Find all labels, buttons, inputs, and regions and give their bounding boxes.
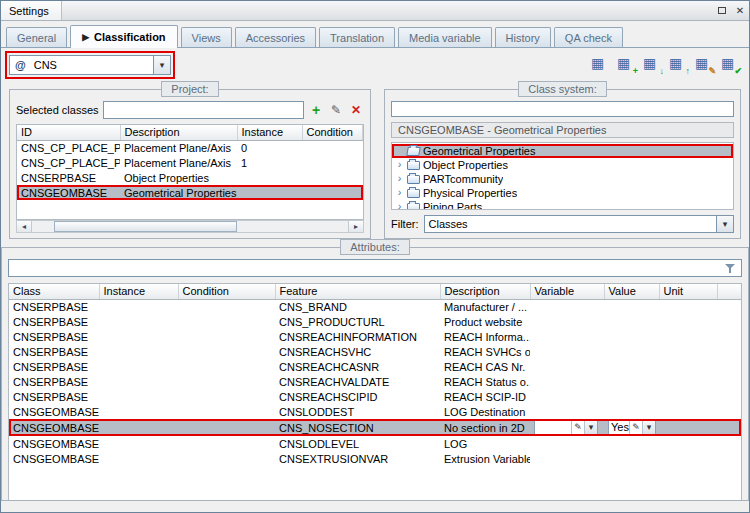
cell-instance	[99, 359, 178, 374]
cell-value	[604, 314, 659, 329]
attribute-row[interactable]: CNSGEOMBASECNSEXTRUSIONVARExtrusion Vari…	[9, 451, 741, 466]
column-header-instance[interactable]: Instance	[237, 125, 302, 140]
scrollbar-thumb[interactable]	[54, 221, 237, 232]
scrollbar-track[interactable]	[32, 221, 348, 232]
float-window-button[interactable]	[713, 1, 731, 20]
attribute-row[interactable]: CNSERPBASECNS_PRODUCTURLProduct website	[9, 314, 741, 329]
cell-description: REACH SVHCs o...	[440, 344, 530, 359]
tree-item[interactable]: ›PARTcommunity	[392, 172, 733, 186]
column-header-description[interactable]: Description	[120, 125, 237, 140]
edit-pencil-icon[interactable]: ✎	[629, 421, 642, 434]
close-button[interactable]: ✕	[731, 1, 749, 20]
cell-instance	[99, 436, 178, 451]
class-tree: Geometrical Properties›Object Properties…	[391, 142, 734, 210]
cell-unit	[659, 299, 717, 314]
column-header-description[interactable]: Description	[440, 284, 530, 299]
column-header-instance[interactable]: Instance	[99, 284, 178, 299]
attribute-row[interactable]: CNSERPBASECNSREACHCASNRREACH CAS Nr.	[9, 359, 741, 374]
tab-bar: General▶ClassificationViewsAccessoriesTr…	[1, 21, 749, 48]
selected-classes-input[interactable]	[103, 101, 304, 119]
table-load-icon-base: ▦	[643, 55, 656, 71]
inline-value-editor[interactable]: Yes✎▾	[608, 420, 656, 435]
table-edit-icon[interactable]: ▦✎	[695, 57, 713, 73]
edit-class-button[interactable]: ✎	[328, 102, 344, 118]
cell-description: LOG Destination	[440, 404, 530, 419]
attributes-filter-input[interactable]	[8, 259, 742, 277]
table-save-icon[interactable]: ▦↑	[669, 57, 687, 73]
folder-icon	[406, 147, 421, 156]
tab-label: History	[506, 32, 540, 44]
table-load-icon[interactable]: ▦↓	[643, 57, 661, 73]
attribute-row[interactable]: CNSERPBASECNSREACHSCIPIDREACH SCIP-ID	[9, 389, 741, 404]
cell-feature: CNSLODLEVEL	[275, 436, 440, 451]
attribute-row[interactable]: CNSERPBASECNS_BRANDManufacturer / ...	[9, 299, 741, 314]
tab-classification[interactable]: ▶Classification	[70, 25, 177, 48]
cell-feature: CNSREACHCASNR	[275, 359, 440, 374]
remove-class-button[interactable]: ✕	[348, 102, 364, 118]
inline-value-editor[interactable]: ✎▾	[534, 420, 598, 435]
tab-accessories[interactable]: Accessories	[235, 27, 316, 47]
attribute-row[interactable]: CNSGEOMBASECNSLODDESTLOG Destination	[9, 404, 741, 419]
horizontal-scrollbar[interactable]: ◂ ▸	[16, 220, 364, 233]
scroll-left-icon[interactable]: ◂	[17, 221, 32, 232]
expander-icon[interactable]: ›	[395, 173, 404, 184]
column-header-condition[interactable]: Condition	[302, 125, 363, 140]
tree-item[interactable]: ›Physical Properties	[392, 186, 733, 200]
dropdown-icon[interactable]: ▾	[584, 421, 597, 434]
attribute-row[interactable]: CNSERPBASECNSREACHVALDATEREACH Status o.…	[9, 374, 741, 389]
attribute-row[interactable]: CNSERPBASECNSREACHSVHCREACH SVHCs o...	[9, 344, 741, 359]
class-filter-combo[interactable]: Classes ▾	[424, 215, 735, 233]
table-icon[interactable]: ▦	[591, 57, 609, 73]
scroll-right-icon[interactable]: ▸	[348, 221, 363, 232]
column-header-feature[interactable]: Feature	[275, 284, 440, 299]
chevron-down-icon: ▾	[723, 219, 728, 229]
expander-icon[interactable]: ›	[395, 159, 404, 170]
table-add-icon[interactable]: ▦+	[617, 57, 635, 73]
column-header-unit[interactable]: Unit	[659, 284, 717, 299]
expander-icon[interactable]: ›	[395, 187, 404, 198]
catalog-dropdown-button[interactable]: ▾	[153, 56, 170, 74]
column-header-id[interactable]: ID	[17, 125, 120, 140]
cell-description: Manufacturer / ...	[440, 299, 530, 314]
cell-description: REACH Status o...	[440, 374, 530, 389]
cell-feature: CNSREACHSVHC	[275, 344, 440, 359]
project-class-row[interactable]: CNSERPBASEObject Properties	[17, 170, 363, 185]
project-class-row[interactable]: CNSGEOMBASEGeometrical Properties	[17, 185, 363, 200]
cell-condition	[178, 404, 275, 419]
cell-description: Extrusion Variable	[440, 451, 530, 466]
cell-variable	[530, 329, 604, 344]
tab-general[interactable]: General	[6, 27, 67, 47]
dropdown-icon[interactable]: ▾	[642, 421, 655, 434]
project-class-row[interactable]: CNS_CP_PLACE_PAPlacement Plane/Axis1	[17, 155, 363, 170]
column-header-value[interactable]: Value	[604, 284, 659, 299]
expander-icon[interactable]: ›	[395, 201, 404, 210]
column-header-class[interactable]: Class	[9, 284, 99, 299]
tab-media-variable[interactable]: Media variable	[398, 27, 492, 47]
table-check-icon[interactable]: ▦✔	[721, 57, 739, 73]
tab-qa-check[interactable]: QA check	[554, 27, 623, 47]
attribute-row[interactable]: CNSGEOMBASECNS_NOSECTIONNo section in 2D…	[9, 419, 741, 436]
tab-history[interactable]: History	[495, 27, 551, 47]
edit-pencil-icon[interactable]: ✎	[571, 421, 584, 434]
tab-views[interactable]: Views	[181, 27, 232, 47]
tree-item[interactable]: Geometrical Properties	[392, 144, 733, 158]
class-search-input[interactable]	[391, 101, 734, 117]
titlebar[interactable]: Settings ✕	[1, 1, 749, 21]
add-class-button[interactable]: +	[308, 102, 324, 118]
filter-funnel-icon[interactable]	[725, 263, 736, 274]
attributes-group-title: Attributes:	[340, 239, 410, 255]
window-title: Settings	[1, 1, 62, 20]
class-filter-dropdown-button[interactable]: ▾	[716, 216, 733, 232]
attribute-row[interactable]: CNSERPBASECNSREACHINFORMATIONREACH Infor…	[9, 329, 741, 344]
cell-instance	[99, 404, 178, 419]
catalog-combo[interactable]: @ CNS ▾	[9, 55, 171, 75]
cell-unit	[659, 329, 717, 344]
tree-item[interactable]: ›Piping Parts	[392, 200, 733, 210]
column-header-variable[interactable]: Variable	[530, 284, 604, 299]
column-header-condition[interactable]: Condition	[178, 284, 275, 299]
attribute-row[interactable]: CNSGEOMBASECNSLODLEVELLOG	[9, 436, 741, 451]
project-class-row[interactable]: CNS_CP_PLACE_PAPlacement Plane/Axis0	[17, 140, 363, 155]
project-group-title: Project:	[161, 81, 218, 97]
tab-translation[interactable]: Translation	[319, 27, 395, 47]
tree-item[interactable]: ›Object Properties	[392, 158, 733, 172]
